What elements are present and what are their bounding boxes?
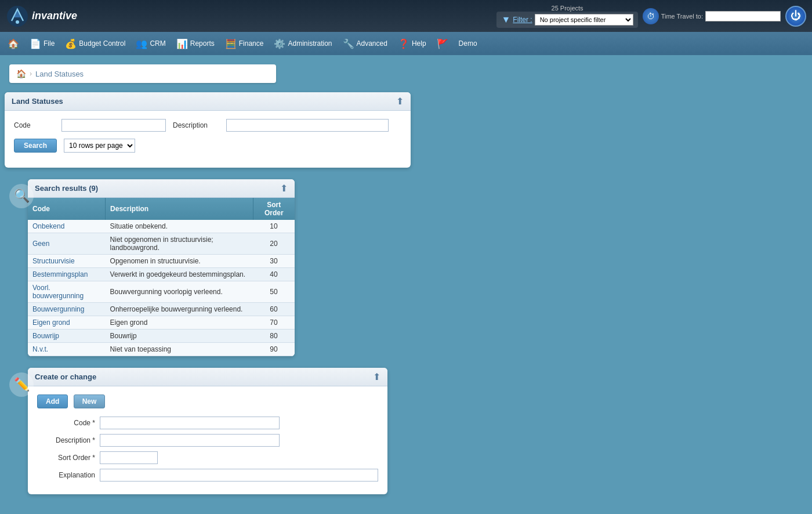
home-icon: 🏠 (8, 38, 19, 49)
cell-code[interactable]: Bestemmingsplan (28, 268, 106, 281)
code-link[interactable]: Geen (32, 240, 49, 248)
create-description-row: Description * (37, 434, 378, 447)
new-button[interactable]: New (74, 394, 106, 408)
time-travel-input[interactable] (705, 11, 781, 21)
svg-point-1 (16, 20, 19, 24)
power-button[interactable]: ⏻ (785, 6, 806, 27)
top-right-controls: 25 Projects ▼ Filter : No project specif… (496, 5, 806, 28)
filter-select[interactable]: No project specific filter (535, 14, 633, 26)
cell-description: Situatie onbekend. (106, 220, 253, 233)
cell-code[interactable]: Geen (28, 233, 106, 255)
create-change-header: Create or change ⬆ (28, 368, 387, 386)
nav-advanced[interactable]: 🔧 Advanced (338, 36, 392, 52)
nav-administration-label: Administration (288, 39, 332, 48)
land-statuses-title: Land Statuses (12, 97, 63, 106)
cell-description: Onherroepelijke bouwvergunning verleend. (106, 303, 253, 316)
table-row: N.v.t.Niet van toepassing90 (28, 343, 295, 356)
add-button[interactable]: Add (37, 394, 68, 408)
code-link[interactable]: Voorl. bouwvergunning (32, 284, 84, 300)
results-table: Code Description Sort Order OnbekendSitu… (28, 198, 295, 356)
nav-demo[interactable]: Demo (454, 37, 482, 50)
flag-icon: 🚩 (437, 38, 448, 49)
search-results-header: Search results (9) ⬆ (28, 179, 295, 198)
search-button[interactable]: Search (14, 139, 57, 153)
cell-code[interactable]: Structuurvisie (28, 255, 106, 268)
cell-description: Eigen grond (106, 316, 253, 330)
col-description: Description (106, 198, 253, 220)
nav-reports[interactable]: 📊 Reports (172, 36, 219, 52)
nav-home[interactable]: 🏠 (3, 36, 24, 52)
logo-area: invantive (6, 5, 87, 28)
nav-crm[interactable]: 👥 CRM (131, 36, 170, 52)
cell-code[interactable]: Bouwvergunning (28, 303, 106, 316)
code-link[interactable]: Onbekend (32, 222, 64, 230)
cell-sort-order: 60 (253, 303, 295, 316)
rows-per-page-select[interactable]: 10 rows per page 25 rows per page 50 row… (64, 139, 135, 153)
nav-finance[interactable]: 🧮 Finance (220, 36, 269, 52)
cell-sort-order: 70 (253, 316, 295, 330)
finance-icon: 🧮 (225, 38, 237, 49)
cell-code[interactable]: Eigen grond (28, 316, 106, 330)
cell-sort-order: 30 (253, 255, 295, 268)
code-link[interactable]: Bouwvergunning (32, 305, 84, 313)
nav-finance-label: Finance (239, 39, 264, 48)
cell-sort-order: 20 (253, 233, 295, 255)
code-input[interactable] (61, 119, 166, 132)
code-label: Code (14, 121, 55, 129)
create-code-input[interactable] (100, 417, 280, 429)
land-statuses-collapse[interactable]: ⬆ (396, 96, 404, 107)
help-icon: ❓ (398, 38, 409, 49)
create-explanation-label: Explanation (37, 471, 95, 479)
create-explanation-row: Explanation (37, 469, 378, 482)
cell-description: Bouwvergunning voorlopig verleend. (106, 281, 253, 303)
power-icon: ⏻ (791, 10, 801, 22)
main-content: Land Statuses ⬆ Code Description Search … (0, 92, 812, 514)
search-form-row1: Code Description (14, 119, 401, 132)
code-link[interactable]: N.v.t. (32, 345, 48, 353)
create-description-input[interactable] (100, 434, 280, 447)
nav-demo-label: Demo (459, 39, 477, 48)
logo-icon (6, 5, 29, 28)
code-link[interactable]: Structuurvisie (32, 257, 75, 265)
cell-code[interactable]: Bouwrijp (28, 330, 106, 343)
nav-budget[interactable]: 💰 Budget Control (60, 36, 130, 52)
nav-flag[interactable]: 🚩 (432, 36, 453, 52)
table-row: Voorl. bouwvergunningBouwvergunning voor… (28, 281, 295, 303)
cell-description: Niet van toepassing (106, 343, 253, 356)
nav-bar: 🏠 📄 File 💰 Budget Control 👥 CRM 📊 Report… (0, 32, 812, 55)
nav-administration[interactable]: ⚙️ Administration (269, 36, 336, 52)
budget-icon: 💰 (65, 38, 77, 49)
create-change-collapse[interactable]: ⬆ (373, 371, 380, 382)
code-link[interactable]: Bouwrijp (32, 332, 59, 340)
cell-sort-order: 80 (253, 330, 295, 343)
file-icon: 📄 (30, 38, 41, 49)
create-sortorder-input[interactable] (100, 451, 158, 464)
top-bar: invantive 25 Projects ▼ Filter : No proj… (0, 0, 812, 32)
description-input[interactable] (226, 119, 389, 132)
filter-label[interactable]: Filter : (513, 16, 532, 24)
land-statuses-panel-header: Land Statuses ⬆ (5, 92, 411, 111)
create-explanation-input[interactable] (100, 469, 378, 482)
crm-icon: 👥 (136, 38, 147, 49)
cell-code[interactable]: N.v.t. (28, 343, 106, 356)
land-statuses-body: Code Description Search 10 rows per page… (5, 111, 411, 168)
breadcrumb-separator: › (30, 70, 32, 78)
home-breadcrumb-icon[interactable]: 🏠 (16, 69, 26, 78)
nav-budget-label: Budget Control (79, 39, 125, 48)
cell-description: Opgenomen in structuurvisie. (106, 255, 253, 268)
search-results-collapse[interactable]: ⬆ (280, 183, 288, 194)
nav-help[interactable]: ❓ Help (393, 36, 431, 52)
create-sortorder-row: Sort Order * (37, 451, 378, 464)
description-label: Description (173, 121, 219, 129)
nav-file[interactable]: 📄 File (25, 36, 59, 52)
table-row: BouwvergunningOnherroepelijke bouwvergun… (28, 303, 295, 316)
code-link[interactable]: Bestemmingsplan (32, 270, 88, 278)
code-link[interactable]: Eigen grond (32, 318, 70, 327)
create-change-icon: ✏️ (9, 372, 34, 397)
create-change-buttons: Add New (37, 394, 378, 408)
cell-code[interactable]: Onbekend (28, 220, 106, 233)
table-row: BouwrijpBouwrijp80 (28, 330, 295, 343)
administration-icon: ⚙️ (274, 38, 285, 49)
cell-code[interactable]: Voorl. bouwvergunning (28, 281, 106, 303)
projects-count: 25 Projects (552, 5, 583, 12)
